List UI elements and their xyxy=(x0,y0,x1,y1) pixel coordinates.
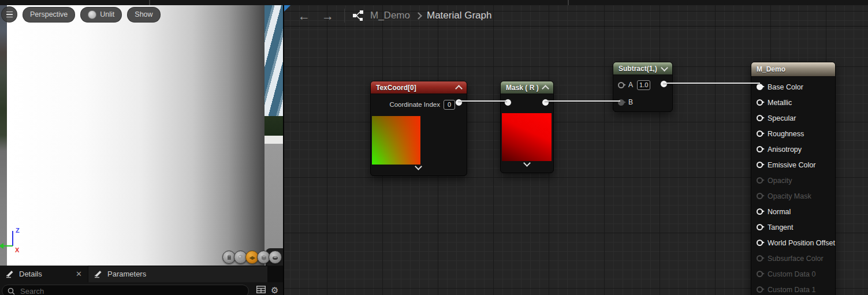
material-pin-row[interactable]: Custom Data 1 xyxy=(751,282,835,295)
material-graph-canvas[interactable]: ← → M_Demo Material Graph TexCoord[0] xyxy=(284,5,868,295)
view-mode-button[interactable]: Unlit xyxy=(80,7,122,23)
coordinate-index-value[interactable]: 0 xyxy=(444,100,455,110)
graph-icon xyxy=(352,9,364,22)
custom-mesh-icon xyxy=(271,254,279,261)
node-header[interactable]: Mask ( R ) xyxy=(501,81,553,94)
tab-bar-end xyxy=(267,266,283,282)
material-pin-row[interactable]: Subsurface Color xyxy=(751,251,835,266)
texcoord-output-pin[interactable] xyxy=(455,99,463,106)
collapse-chevron-icon[interactable] xyxy=(661,64,668,72)
node-title: Mask ( R ) xyxy=(506,84,543,92)
search-icon xyxy=(8,287,15,295)
node-texcoord[interactable]: TexCoord[0] Coordinate Index 0 xyxy=(370,81,467,176)
material-pin-icon[interactable] xyxy=(757,177,763,184)
parameters-tab-icon xyxy=(94,270,103,278)
mask-output-pin[interactable] xyxy=(542,99,549,106)
axis-gizmo: Z X xyxy=(0,227,35,256)
material-pin-label: Emissive Color xyxy=(768,161,815,169)
plane-icon xyxy=(248,254,256,261)
search-input[interactable] xyxy=(19,286,243,295)
x-axis-label: X xyxy=(15,247,19,253)
material-pin-label: Tangent xyxy=(768,223,793,231)
collapse-chevron-icon[interactable] xyxy=(542,85,549,92)
mask-preview xyxy=(502,113,552,161)
mask-input-pin[interactable] xyxy=(504,99,512,106)
material-pin-label: Opacity Mask xyxy=(768,192,811,200)
display-options-icon[interactable] xyxy=(256,286,266,293)
material-pin-list: Base Color Metallic Specular Rou xyxy=(751,77,835,295)
material-pin-icon[interactable] xyxy=(757,99,763,106)
z-axis-line xyxy=(12,231,13,246)
material-pin-icon[interactable] xyxy=(757,146,763,152)
material-pin-label: Opacity xyxy=(768,177,792,185)
material-pin-row[interactable]: Roughness xyxy=(751,126,835,141)
material-pin-icon[interactable] xyxy=(757,286,763,293)
navigate-forward-button[interactable]: → xyxy=(316,10,340,22)
material-pin-row[interactable]: World Position Offset xyxy=(751,235,835,251)
texcoord-preview xyxy=(372,116,420,165)
tab-details[interactable]: Details ✕ xyxy=(0,266,88,282)
material-pin-label: Roughness xyxy=(768,130,804,138)
graph-toolbar: ← → M_Demo Material Graph xyxy=(284,5,868,27)
material-pin-icon[interactable] xyxy=(757,115,763,121)
wire-mask-to-subtract xyxy=(545,100,620,102)
material-pin-row[interactable]: Normal xyxy=(751,204,835,219)
breadcrumb-section[interactable]: Material Graph xyxy=(427,10,491,21)
node-header[interactable]: TexCoord[0] xyxy=(371,81,467,94)
view-mode-label: Unlit xyxy=(100,10,114,18)
tab-parameters[interactable]: Parameters xyxy=(88,266,152,282)
material-pin-icon[interactable] xyxy=(757,255,763,262)
tab-details-label: Details xyxy=(19,270,42,278)
scene-trees xyxy=(265,116,283,136)
material-pin-row[interactable]: Base Color xyxy=(751,79,835,95)
material-pin-row[interactable]: Specular xyxy=(751,110,835,126)
material-pin-row[interactable]: Emissive Color xyxy=(751,157,835,173)
viewport-menu-button[interactable] xyxy=(1,6,17,23)
material-pin-icon[interactable] xyxy=(757,162,763,168)
material-pin-label: Custom Data 0 xyxy=(768,270,815,278)
material-pin-row[interactable]: Tangent xyxy=(751,219,835,235)
material-pin-icon[interactable] xyxy=(757,130,763,137)
tab-close-icon[interactable]: ✕ xyxy=(76,270,82,278)
material-pin-row[interactable]: Anisotropy xyxy=(751,141,835,157)
preview-mesh-custom-button[interactable] xyxy=(269,251,282,264)
material-pin-row[interactable]: Opacity Mask xyxy=(751,188,835,204)
material-pin-icon[interactable] xyxy=(757,193,763,199)
material-pin-icon[interactable] xyxy=(757,224,763,230)
settings-gear-icon[interactable]: ⚙ xyxy=(271,286,278,294)
material-pin-icon[interactable] xyxy=(757,240,763,246)
wire-texcoord-to-mask xyxy=(458,100,507,102)
material-pin-icon[interactable] xyxy=(757,208,763,215)
input-a-label: A xyxy=(628,81,633,89)
tab-separator xyxy=(149,0,150,5)
show-label: Show xyxy=(135,10,152,18)
subtract-output-pin[interactable] xyxy=(660,80,668,88)
input-a-pin[interactable] xyxy=(618,82,624,88)
node-subtract[interactable]: Subtract(1,) A 1.0 B xyxy=(613,62,673,112)
preview-mesh-plane xyxy=(7,5,265,266)
material-pin-row[interactable]: Opacity xyxy=(751,173,835,188)
material-pin-row[interactable]: Custom Data 0 xyxy=(751,266,835,282)
viewport-scene-left xyxy=(0,5,7,266)
breadcrumb-asset[interactable]: M_Demo xyxy=(370,10,410,21)
preview-viewport[interactable]: Perspective Unlit Show Z X xyxy=(0,5,283,266)
breadcrumb-chevron-icon xyxy=(415,12,422,20)
material-pin-row[interactable]: Metallic xyxy=(751,95,835,110)
navigate-back-button[interactable]: ← xyxy=(292,10,316,22)
show-button[interactable]: Show xyxy=(127,7,160,23)
scene-ground xyxy=(265,144,283,266)
material-pin-icon[interactable] xyxy=(757,84,763,90)
material-pin-label: Base Color xyxy=(768,83,803,91)
material-pin-icon[interactable] xyxy=(757,271,763,277)
node-mask[interactable]: Mask ( R ) xyxy=(500,81,554,173)
perspective-button[interactable]: Perspective xyxy=(23,7,75,23)
collapse-chevron-icon[interactable] xyxy=(455,85,463,92)
node-header[interactable]: Subtract(1,) xyxy=(613,62,672,75)
coordinate-index-label: Coordinate Index xyxy=(389,101,440,108)
node-header[interactable]: M_Demo xyxy=(751,62,835,77)
node-material-output[interactable]: M_Demo Base Color Metallic xyxy=(751,62,836,295)
search-box[interactable] xyxy=(2,285,249,295)
details-panel: Details ✕ Parameters xyxy=(0,266,283,295)
input-a-value[interactable]: 1.0 xyxy=(637,80,650,90)
scene-building xyxy=(265,5,283,116)
